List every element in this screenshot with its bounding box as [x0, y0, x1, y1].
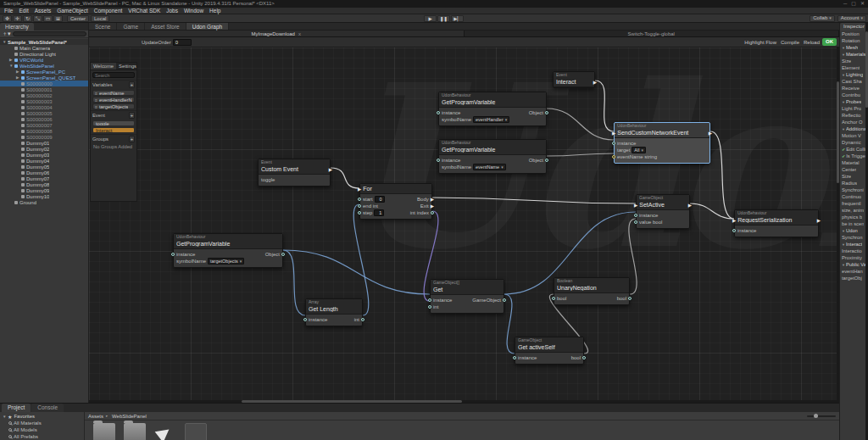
symbol-dropdown[interactable]: targetObjects▾ [208, 258, 244, 265]
compile-button[interactable]: Compile [781, 40, 799, 45]
close-icon[interactable]: x [298, 31, 301, 36]
menu-component[interactable]: Component [94, 8, 123, 14]
transform-tool-icon[interactable]: ⊞ [53, 15, 63, 22]
add-group-button[interactable]: + [129, 136, 135, 142]
hierarchy-item[interactable]: S00000002 [0, 92, 88, 98]
input-port-icon[interactable] [634, 214, 637, 217]
inspector-row[interactable]: ▼Additiona [840, 125, 868, 132]
inspector-row[interactable]: Center [840, 166, 868, 173]
hierarchy-item[interactable]: Dummy01 [0, 140, 88, 146]
menu-jobs[interactable]: Jobs [166, 8, 178, 14]
output-port-icon[interactable] [281, 253, 285, 256]
favorite-item[interactable]: All Prefabs [0, 433, 84, 440]
inspector-row[interactable]: frequentl [840, 200, 868, 207]
flow-in-port[interactable]: ▶ [612, 131, 615, 136]
input-port-icon[interactable] [634, 220, 637, 224]
menu-gameobject[interactable]: GameObject [57, 8, 88, 14]
input-port-row[interactable]: end int [360, 203, 387, 209]
inspector-row[interactable]: be in scen [840, 220, 868, 227]
foldout-arrow-icon[interactable]: ▼ [842, 263, 845, 267]
output-port-icon[interactable] [545, 159, 548, 162]
menu-window[interactable]: Window [184, 8, 203, 14]
menu-edit[interactable]: Edit [19, 8, 28, 14]
output-port-icon[interactable] [503, 298, 506, 302]
hierarchy-item[interactable]: Dummy08 [0, 181, 88, 187]
icon-size-slider[interactable] [807, 415, 836, 417]
pivot-button[interactable]: Center [67, 15, 89, 22]
hierarchy-item[interactable]: Ground [0, 199, 88, 205]
foldout-arrow-icon[interactable]: ▼ [842, 242, 845, 247]
add-variable-button[interactable]: + [129, 81, 135, 88]
ok-button[interactable]: OK [822, 38, 837, 46]
favorite-item[interactable]: All Models [0, 426, 84, 433]
hierarchy-item[interactable]: Dummy04 [0, 158, 88, 164]
node-for-loop[interactable]: ▶Forstart0end intstep1Body▶Exit▶int inde… [359, 183, 432, 220]
input-port-icon[interactable] [428, 298, 431, 302]
foldout-arrow-icon[interactable]: ▶ [16, 70, 19, 74]
inspector-row[interactable]: Proximity [840, 254, 868, 261]
input-port-icon[interactable] [513, 356, 516, 359]
input-port-row[interactable]: toggle [259, 176, 277, 183]
menu-help[interactable]: Help [209, 8, 220, 14]
input-port-row[interactable]: instance [615, 140, 659, 147]
node-event-custom[interactable]: EventCustom Event▶toggle [258, 159, 331, 187]
graph-tab[interactable]: MyImageDownloadx [89, 31, 465, 36]
input-port-row[interactable]: instance [306, 316, 330, 323]
input-port-row[interactable]: start0 [360, 196, 387, 203]
inspector-row[interactable]: targetObj [840, 275, 868, 281]
input-port-icon[interactable] [303, 318, 307, 321]
file-icon-folder[interactable] [124, 423, 146, 440]
inspector-row[interactable]: ✔Edit Collid [840, 146, 868, 153]
input-port-row[interactable]: symbolNameeventName▾ [439, 164, 509, 170]
input-port-icon[interactable] [437, 159, 440, 162]
favorites-header[interactable]: ▼ ★ Favorites [0, 413, 84, 420]
flow-out-port[interactable]: ▶ [593, 80, 597, 85]
space-button[interactable]: Local [91, 15, 109, 22]
event-item[interactable]: Interact [92, 127, 135, 133]
create-button[interactable]: ＋▾ [2, 31, 11, 37]
inspector-row[interactable]: Dynamic [840, 139, 868, 146]
inspector-row[interactable]: Reflectio [840, 112, 868, 119]
tab-game[interactable]: Game [117, 23, 145, 30]
input-port-icon[interactable] [612, 142, 615, 145]
close-icon[interactable]: ✕ [860, 0, 865, 8]
inspector-row[interactable]: ▼Materials [840, 51, 868, 58]
file-icon-asset[interactable] [185, 423, 207, 440]
hierarchy-item[interactable]: ▶VRCWorld [0, 57, 88, 63]
node-get-program-variable-name[interactable]: UdonBehaviourGetProgramVariableinstances… [438, 139, 547, 174]
inspector-row[interactable]: Radius [840, 180, 868, 187]
node-send-custom-network-event[interactable]: UdonBehaviour▶SendCustomNetworkEvent▶ins… [614, 122, 710, 164]
foldout-arrow-icon[interactable]: ▼ [842, 46, 845, 50]
tab-scene[interactable]: Scene [89, 23, 117, 30]
tab-welcome[interactable]: Welcome [91, 63, 116, 70]
output-port-icon[interactable] [582, 356, 586, 359]
input-port-row[interactable]: instance [174, 251, 247, 258]
flow-out-port[interactable]: ▶ [709, 131, 712, 136]
inspector-row[interactable]: Interactio [840, 248, 868, 254]
hierarchy-item[interactable]: S00000007 [0, 122, 88, 128]
play-button[interactable]: ▶ [424, 15, 437, 22]
hierarchy-item[interactable]: S00000008 [0, 128, 88, 134]
symbol-dropdown[interactable]: eventName▾ [473, 164, 506, 170]
hierarchy-item[interactable]: ▶ScreenPanel_QUEST [0, 75, 88, 81]
input-port-row[interactable]: symbolNameeventHandler▾ [439, 116, 512, 123]
inspector-row[interactable]: Synchron [840, 234, 868, 241]
input-port-row[interactable]: instance [637, 212, 665, 219]
variable-item[interactable]: ≡eventHandlerN [92, 97, 135, 103]
move-tool-icon[interactable]: ✛ [13, 15, 22, 22]
rotate-tool-icon[interactable]: ↻ [23, 15, 32, 22]
output-port-row[interactable]: int [352, 316, 362, 323]
foldout-arrow-icon[interactable]: ▼ [842, 53, 845, 57]
output-port-icon[interactable] [431, 211, 434, 214]
flow-out-port[interactable]: ▶ [329, 167, 332, 172]
account-dropdown[interactable]: Account▾ [837, 15, 866, 22]
output-port-row[interactable]: int index [408, 209, 431, 216]
menu-vrchat-sdk[interactable]: VRChat SDK [128, 8, 160, 14]
inspector-row[interactable]: Continuo [840, 193, 868, 200]
rect-tool-icon[interactable]: ▭ [43, 15, 53, 22]
hierarchy-item[interactable]: Dummy02 [0, 146, 88, 152]
input-port-row[interactable]: eventName string [615, 153, 659, 160]
output-port-icon[interactable] [628, 297, 632, 300]
output-port-row[interactable]: Object [526, 157, 546, 164]
input-port-row[interactable]: instance [439, 157, 509, 164]
